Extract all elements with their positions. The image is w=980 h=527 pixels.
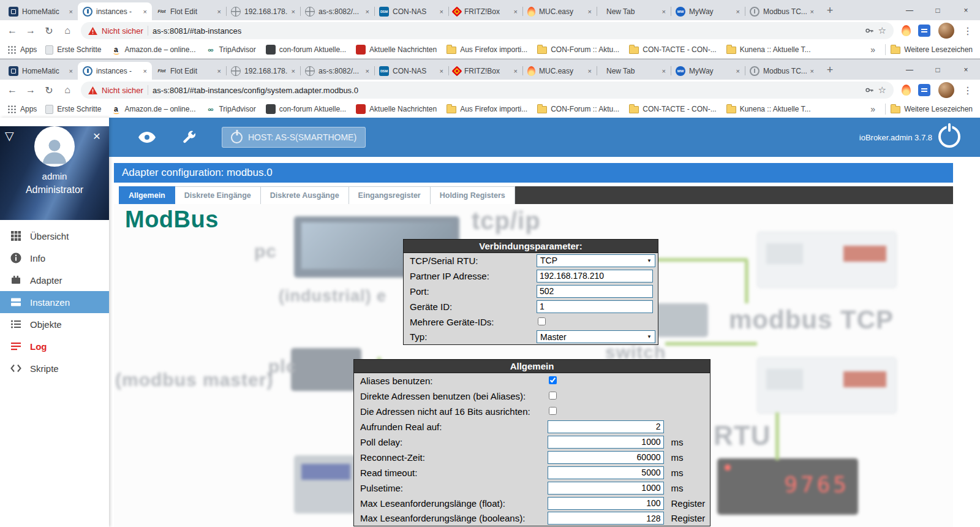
tab-close-icon[interactable]: ×	[662, 8, 666, 15]
extension-flame-icon[interactable]	[902, 85, 911, 96]
tab-close-icon[interactable]: ×	[588, 8, 592, 15]
close-button[interactable]: ×	[952, 0, 980, 20]
tab-close-icon[interactable]: ×	[217, 67, 221, 75]
tab-close-icon[interactable]: ×	[292, 67, 295, 75]
security-label[interactable]: Nicht sicher	[102, 26, 143, 36]
extension-blue-icon[interactable]	[918, 25, 930, 37]
sidebar-item-adapter[interactable]: Adapter	[0, 269, 109, 291]
bookmarks-overflow-chevron[interactable]: »	[865, 104, 880, 114]
extension-flame-icon[interactable]	[902, 25, 911, 36]
sidebar-item-log[interactable]: Log	[0, 335, 109, 357]
forward-button[interactable]: →	[22, 22, 39, 39]
maximize-button[interactable]: □	[924, 59, 952, 80]
bookmark-item[interactable]: aAmazon.de – online...	[106, 45, 200, 55]
bookmark-item[interactable]: CON-TACTE - CON-...	[624, 105, 721, 113]
text-field[interactable]	[537, 285, 653, 298]
bookmark-item[interactable]: Aus Firefox importi...	[442, 105, 532, 113]
checkbox-field[interactable]	[549, 407, 557, 415]
text-field[interactable]	[548, 482, 664, 495]
browser-tab[interactable]: HomeMatic×	[4, 2, 78, 20]
apps-grid-icon[interactable]	[7, 45, 17, 55]
checkbox-field[interactable]	[538, 317, 546, 325]
bookmark-item[interactable]: CON-Forum :: Aktu...	[532, 45, 624, 54]
browser-tab[interactable]: FlotFlot Edit×	[152, 62, 226, 80]
tab-close-icon[interactable]: ×	[366, 67, 369, 75]
text-field[interactable]	[537, 300, 653, 313]
extension-blue-icon[interactable]	[918, 84, 930, 96]
profile-avatar[interactable]	[938, 82, 954, 98]
sidebar-item-uebersicht[interactable]: Übersicht	[0, 225, 109, 247]
browser-tab[interactable]: HomeMatic×	[4, 62, 78, 80]
tab-close-icon[interactable]: ×	[810, 67, 814, 75]
text-field[interactable]	[548, 497, 664, 510]
address-bar[interactable]: Nicht sicher as-s:8081/#tab-instances ☆	[81, 22, 894, 39]
wrench-icon[interactable]	[181, 130, 196, 145]
bookmark-item[interactable]: CON-Forum :: Aktu...	[532, 105, 624, 113]
browser-menu-icon[interactable]: ⋮	[959, 82, 976, 99]
config-tab[interactable]: Holding Registers	[431, 186, 515, 204]
browser-tab[interactable]: as-s:8082/...×	[300, 2, 374, 20]
close-button[interactable]: ×	[952, 59, 980, 80]
sidebar-item-info[interactable]: Info	[0, 247, 109, 269]
browser-tab[interactable]: MUC.easy×	[522, 62, 597, 80]
host-selector[interactable]: HOST: AS-S(SMARTHOME)	[222, 127, 366, 148]
expert-eye-icon[interactable]	[138, 132, 156, 143]
browser-tab[interactable]: instances -×	[78, 62, 152, 80]
address-bar[interactable]: Nicht sicher as-s:8081/#tab-instances/co…	[81, 82, 894, 99]
bookmark-item[interactable]: aAmazon.de – online...	[106, 104, 200, 114]
key-icon[interactable]	[864, 26, 874, 36]
bookmark-item[interactable]: con-forum Aktuelle...	[261, 104, 351, 114]
home-button[interactable]: ⌂	[59, 82, 76, 99]
tab-close-icon[interactable]: ×	[143, 67, 147, 75]
tab-close-icon[interactable]: ×	[366, 8, 369, 15]
tab-close-icon[interactable]: ×	[514, 8, 518, 15]
browser-tab[interactable]: MWMyWay×	[671, 62, 745, 80]
text-field[interactable]	[548, 466, 664, 479]
browser-tab[interactable]: as-s:8082/...×	[300, 62, 374, 80]
sidebar-item-instanzen[interactable]: Instanzen	[0, 291, 109, 313]
browser-tab[interactable]: FRITZ!Box×	[448, 62, 522, 80]
tab-close-icon[interactable]: ×	[736, 67, 740, 75]
home-button[interactable]: ⌂	[59, 22, 76, 39]
browser-tab[interactable]: Modbus TC...×	[745, 2, 819, 20]
browser-tab[interactable]: Modbus TC...×	[745, 62, 819, 80]
tab-close-icon[interactable]: ×	[440, 67, 443, 75]
browser-tab[interactable]: FlotFlot Edit×	[152, 2, 226, 20]
back-button[interactable]: ←	[4, 82, 21, 99]
bookmark-item[interactable]: Erste Schritte	[40, 45, 106, 55]
profile-avatar[interactable]	[938, 23, 954, 39]
bookmark-item[interactable]: Aktuelle Nachrichten	[351, 45, 442, 55]
forward-button[interactable]: →	[22, 82, 39, 99]
bookmark-star-icon[interactable]: ☆	[878, 85, 886, 96]
tab-close-icon[interactable]: ×	[736, 8, 740, 15]
tab-close-icon[interactable]: ×	[292, 8, 295, 15]
config-tab[interactable]: Eingangsregister	[349, 186, 431, 204]
text-field[interactable]	[548, 420, 664, 433]
other-bookmarks-label[interactable]: Weitere Lesezeichen	[900, 45, 973, 54]
browser-menu-icon[interactable]: ⋮	[959, 22, 976, 39]
browser-tab[interactable]: MWMyWay×	[671, 2, 745, 20]
bookmark-item[interactable]: Aus Firefox importi...	[442, 45, 532, 54]
reload-button[interactable]: ↻	[40, 22, 58, 39]
url-text[interactable]: as-s:8081/#tab-instances/config/system.a…	[153, 86, 860, 95]
minimize-button[interactable]: —	[895, 59, 924, 80]
new-tab-button[interactable]: +	[821, 61, 839, 78]
text-field[interactable]	[548, 436, 664, 449]
browser-tab[interactable]: MUC.easy×	[522, 2, 597, 20]
tab-close-icon[interactable]: ×	[143, 8, 147, 15]
tab-close-icon[interactable]: ×	[440, 8, 443, 15]
bookmark-item[interactable]: Aktuelle Nachrichten	[351, 104, 442, 114]
bookmarks-overflow-chevron[interactable]: »	[865, 45, 880, 55]
new-tab-button[interactable]: +	[821, 2, 839, 19]
close-sidebar-icon[interactable]: ×	[93, 129, 100, 143]
sidebar-item-objekte[interactable]: Objekte	[0, 313, 109, 335]
apps-label[interactable]: Apps	[17, 105, 40, 113]
checkbox-field[interactable]	[549, 376, 557, 384]
collapse-triangle-icon[interactable]: ▽	[5, 129, 14, 143]
apps-label[interactable]: Apps	[17, 45, 40, 54]
browser-tab[interactable]: New Tab×	[597, 2, 671, 20]
browser-tab[interactable]: DSMCON-NAS×	[374, 62, 448, 80]
bookmark-item[interactable]: con-forum Aktuelle...	[261, 45, 351, 55]
tab-close-icon[interactable]: ×	[514, 67, 518, 75]
url-text[interactable]: as-s:8081/#tab-instances	[153, 26, 860, 36]
